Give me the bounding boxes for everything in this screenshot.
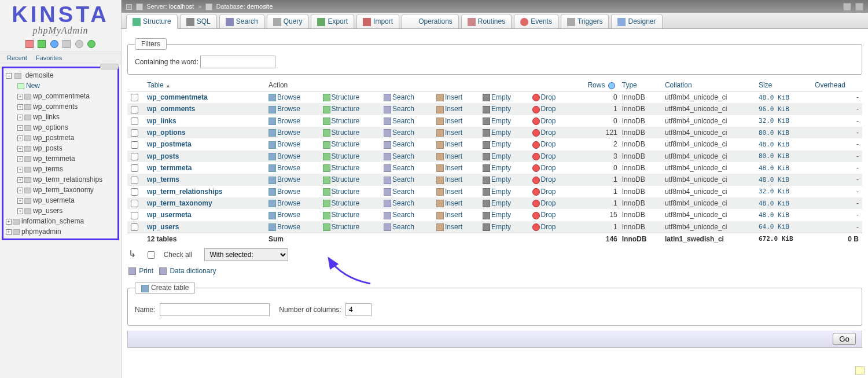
col-size[interactable]: Size — [755, 79, 811, 91]
create-name-input[interactable] — [160, 303, 270, 316]
size-link[interactable]: 80.0 KiB — [759, 129, 789, 137]
table-name-link[interactable]: wp_options — [147, 129, 186, 137]
browse-link[interactable]: Browse — [277, 140, 300, 148]
col-rows[interactable]: Rows — [572, 79, 619, 91]
tab-designer[interactable]: Designer — [611, 14, 662, 28]
structure-link[interactable]: Structure — [332, 199, 360, 207]
table-name-link[interactable]: wp_comments — [147, 105, 195, 113]
search-link[interactable]: Search — [392, 199, 414, 207]
db-node[interactable]: +phpmyadmin — [5, 226, 116, 237]
check-all-checkbox[interactable] — [148, 251, 155, 259]
tree-table-row[interactable]: +wp_terms — [16, 164, 116, 174]
tree-table-row[interactable]: +wp_term_relationships — [16, 174, 116, 185]
row-checkbox[interactable] — [131, 118, 138, 125]
drop-link[interactable]: Drop — [541, 223, 556, 231]
structure-link[interactable]: Structure — [332, 117, 360, 125]
database-link[interactable]: demosite — [247, 3, 273, 10]
db-node[interactable]: +information_schema — [5, 216, 116, 226]
browse-link[interactable]: Browse — [277, 152, 300, 160]
size-link[interactable]: 48.0 KiB — [759, 211, 789, 219]
insert-link[interactable]: Insert — [445, 199, 462, 207]
tab-import[interactable]: Import — [356, 14, 399, 28]
go-button[interactable]: Go — [833, 333, 856, 345]
browse-link[interactable]: Browse — [277, 188, 300, 196]
drop-link[interactable]: Drop — [541, 93, 556, 101]
new-table[interactable]: New — [26, 82, 40, 90]
empty-link[interactable]: Empty — [491, 211, 511, 219]
home-icon[interactable] — [25, 40, 34, 48]
size-link[interactable]: 32.0 KiB — [759, 117, 789, 124]
search-link[interactable]: Search — [392, 164, 414, 172]
table-name-link[interactable]: wp_term_relationships — [147, 188, 223, 196]
structure-link[interactable]: Structure — [332, 188, 360, 196]
insert-link[interactable]: Insert — [445, 164, 462, 172]
print-link[interactable]: Print — [139, 267, 153, 275]
search-link[interactable]: Search — [392, 188, 414, 196]
size-link[interactable]: 32.0 KiB — [759, 188, 789, 195]
size-link[interactable]: 48.0 KiB — [759, 176, 789, 184]
row-checkbox[interactable] — [131, 94, 138, 101]
browse-link[interactable]: Browse — [277, 93, 300, 101]
structure-link[interactable]: Structure — [332, 93, 360, 101]
table-name-link[interactable]: wp_commentmeta — [147, 93, 208, 101]
row-checkbox[interactable] — [131, 141, 138, 149]
plus-icon[interactable]: + — [17, 156, 23, 162]
rows-help-icon[interactable] — [608, 82, 615, 89]
plus-icon[interactable]: + — [6, 219, 12, 225]
insert-link[interactable]: Insert — [445, 152, 462, 160]
plus-icon[interactable]: + — [17, 188, 23, 193]
col-collation[interactable]: Collation — [661, 79, 755, 91]
structure-link[interactable]: Structure — [332, 175, 360, 184]
insert-link[interactable]: Insert — [445, 93, 462, 101]
minus-icon[interactable]: − — [6, 73, 12, 79]
structure-link[interactable]: Structure — [332, 223, 360, 231]
page-restore-icon[interactable] — [855, 3, 863, 11]
page-settings-icon[interactable] — [843, 3, 851, 11]
favorites-tab[interactable]: Favorites — [32, 53, 65, 63]
drop-link[interactable]: Drop — [541, 199, 556, 207]
table-name-link[interactable]: wp_users — [147, 223, 179, 231]
browse-link[interactable]: Browse — [277, 105, 300, 113]
row-checkbox[interactable] — [131, 212, 138, 219]
tab-triggers[interactable]: Triggers — [561, 14, 609, 28]
recent-tab[interactable]: Recent — [3, 53, 31, 63]
row-checkbox[interactable] — [131, 153, 138, 160]
row-checkbox[interactable] — [131, 106, 138, 113]
tab-structure[interactable]: Structure — [126, 14, 178, 29]
tree-table-row[interactable]: +wp_comments — [16, 101, 116, 112]
check-all-label[interactable]: Check all — [164, 251, 192, 259]
tree-table-row[interactable]: +wp_links — [16, 112, 116, 122]
table-name-link[interactable]: wp_postmeta — [147, 140, 192, 148]
logout-icon[interactable] — [38, 40, 46, 48]
drop-link[interactable]: Drop — [541, 129, 556, 137]
empty-link[interactable]: Empty — [491, 93, 511, 101]
tree-table-row[interactable]: +wp_termmeta — [16, 153, 116, 164]
browse-link[interactable]: Browse — [277, 199, 300, 207]
table-name-link[interactable]: wp_terms — [147, 175, 179, 184]
structure-link[interactable]: Structure — [332, 152, 360, 160]
drop-link[interactable]: Drop — [541, 140, 556, 148]
drop-link[interactable]: Drop — [541, 117, 556, 125]
empty-link[interactable]: Empty — [491, 152, 511, 160]
insert-link[interactable]: Insert — [445, 223, 462, 231]
row-checkbox[interactable] — [131, 200, 138, 207]
browse-link[interactable]: Browse — [277, 164, 300, 172]
drop-link[interactable]: Drop — [541, 211, 556, 219]
structure-link[interactable]: Structure — [332, 164, 360, 172]
drop-link[interactable]: Drop — [541, 152, 556, 160]
row-checkbox[interactable] — [131, 129, 138, 137]
search-link[interactable]: Search — [392, 175, 414, 184]
insert-link[interactable]: Insert — [445, 129, 462, 137]
row-checkbox[interactable] — [131, 164, 138, 172]
browse-link[interactable]: Browse — [277, 175, 300, 184]
size-link[interactable]: 96.0 KiB — [759, 105, 789, 113]
empty-link[interactable]: Empty — [491, 117, 511, 125]
tab-sql[interactable]: SQL — [180, 14, 217, 28]
plus-icon[interactable]: + — [17, 135, 23, 141]
empty-link[interactable]: Empty — [491, 129, 511, 137]
plus-icon[interactable]: + — [17, 115, 23, 120]
search-link[interactable]: Search — [392, 223, 414, 231]
table-name-link[interactable]: wp_posts — [147, 152, 179, 160]
console-toggle-icon[interactable] — [855, 366, 865, 375]
plus-icon[interactable]: + — [17, 167, 23, 173]
